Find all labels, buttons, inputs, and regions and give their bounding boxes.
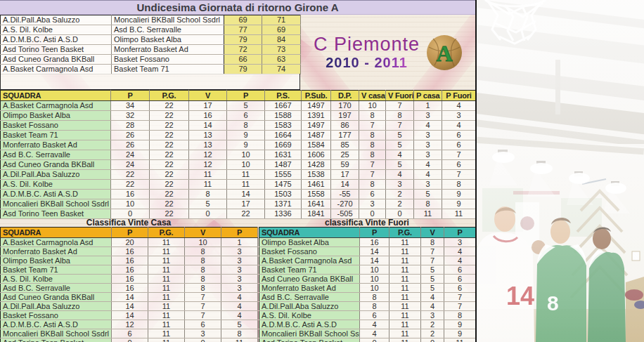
away-wins-cell: 4 [386, 150, 414, 160]
games-played-cell: 11 [389, 338, 421, 342]
games-played-cell: 11 [389, 256, 421, 265]
standings-row: A.Basket Carmagnola Asd 34 22 17 5 1667 … [1, 101, 476, 111]
points-conceded-cell: 1487 [302, 131, 331, 140]
losses-cell: 3 [221, 284, 258, 293]
col-header-losses: P [227, 91, 265, 101]
away-losses-cell: 6 [442, 160, 476, 170]
col-header-losses: P [221, 228, 258, 238]
home-losses-cell: 8 [414, 199, 442, 209]
away-wins-row: Basket Fossano 14 11 7 4 [259, 247, 476, 256]
col-header-games: P.G. [148, 228, 185, 238]
col-header-away-wins: V Fuori [386, 91, 414, 101]
points-cell: 24 [111, 150, 150, 160]
games-played-cell: 22 [150, 190, 189, 199]
away-team-name: Basket Team 71 [112, 65, 224, 74]
losses-cell: 22 [227, 209, 265, 219]
standings-header-row: SQUADRA P P.G. V P P.S. P.Sub. D.P. V ca… [1, 91, 476, 101]
points-cell: 22 [111, 170, 150, 180]
wins-cell: 6 [185, 320, 221, 329]
team-name: Olimpo Basket Alba [1, 256, 112, 265]
points-cell: 26 [111, 140, 150, 150]
away-wins-row: Asd B.C. Serravalle 8 11 4 7 [259, 293, 476, 302]
points-cell: 26 [111, 131, 150, 140]
points-diff-cell: 17 [331, 170, 359, 180]
away-losses-cell: 9 [442, 199, 476, 209]
away-losses-cell: 7 [442, 150, 476, 160]
away-team-name: Olimpo Basket Alba [112, 35, 224, 45]
games-played-cell: 11 [389, 275, 421, 284]
points-diff-cell: 170 [331, 101, 359, 111]
team-name: Monferrato Basket Ad [1, 140, 111, 150]
home-score: 66 [224, 55, 262, 65]
games-played-cell: 11 [148, 293, 185, 302]
home-wins-row: A.S. Dil. Kolbe 16 11 8 3 [1, 275, 258, 284]
games-played-cell: 11 [148, 265, 185, 275]
logo-text: C Piemonte 2010 - 2011 [314, 34, 420, 70]
home-wins-row: Olimpo Basket Alba 16 11 8 3 [1, 256, 258, 265]
standings-row: Olimpo Basket Alba 32 22 16 6 1588 1391 … [1, 111, 476, 121]
points-scored-cell: 1336 [265, 209, 302, 219]
games-played-cell: 22 [150, 111, 189, 121]
team-name: A.Dil.Pall.Aba Saluzzo [1, 302, 112, 311]
points-diff-cell: 177 [331, 131, 359, 140]
standings-row: Moncalieri BKBall School Ssdrl 10 22 5 1… [1, 199, 476, 209]
points-cell: 6 [360, 311, 389, 320]
col-header-wins: V [189, 91, 227, 101]
points-diff-cell: 25 [331, 150, 359, 160]
away-wins-row: Olimpo Basket Alba 16 11 8 3 [259, 238, 476, 247]
wins-cell: 13 [189, 131, 227, 140]
points-cell: 28 [111, 121, 150, 131]
losses-cell: 7 [444, 293, 476, 302]
points-cell: 16 [112, 247, 148, 256]
wins-cell: 7 [185, 302, 221, 311]
wins-cell: 8 [185, 247, 221, 256]
team-name: A.Basket Carmagnola Asd [1, 101, 111, 111]
home-wins-cell: 7 [359, 160, 386, 170]
points-scored-cell: 1667 [265, 101, 302, 111]
home-losses-cell: 3 [414, 140, 442, 150]
wins-cell: 4 [421, 293, 444, 302]
losses-cell: 3 [221, 275, 258, 284]
points-cell: 14 [112, 311, 148, 320]
away-wins-cell: 5 [386, 131, 414, 140]
away-wins-title: classifica Vinte Fuori [259, 218, 475, 227]
losses-cell: 6 [444, 275, 476, 284]
away-team-name: Basket Fossano [112, 55, 224, 65]
home-wins-row: Asd B.C. Serravalle 16 11 8 3 [1, 284, 258, 293]
home-score: 77 [224, 25, 262, 35]
col-header-wins: V [185, 228, 221, 238]
losses-cell: 4 [221, 293, 258, 302]
away-losses-cell: 6 [442, 131, 476, 140]
team-name: A.S. Dil. Kolbe [1, 275, 112, 284]
points-cell: 32 [111, 111, 150, 121]
losses-cell: 3 [221, 265, 258, 275]
col-header-squadra: SQUADRA [1, 91, 111, 101]
home-wins-row: Asd Torino Teen Basket 0 11 0 11 [1, 338, 258, 342]
games-played-cell: 22 [150, 101, 189, 111]
home-losses-cell: 1 [414, 101, 442, 111]
home-wins-row: A.D.M.B.C. Asti A.S.D 12 11 6 5 [1, 320, 258, 329]
logo-season: 2010 - 2011 [314, 55, 420, 71]
games-played-cell: 11 [148, 338, 185, 342]
washout-overlay [477, 0, 644, 342]
team-name: Olimpo Basket Alba [259, 238, 360, 247]
games-played-cell: 11 [148, 284, 185, 293]
away-wins-cell: 7 [386, 121, 414, 131]
points-diff-cell: 14 [331, 180, 359, 190]
points-cell: 4 [360, 329, 389, 338]
points-cell: 16 [112, 265, 148, 275]
games-played-cell: 22 [150, 121, 189, 131]
losses-cell: 6 [444, 284, 476, 293]
wins-cell: 0 [421, 338, 444, 342]
standings-panel: Undicesima Giornata di ritorno Girone A … [0, 0, 477, 342]
away-wins-cell: 3 [386, 180, 414, 190]
losses-cell: 7 [444, 302, 476, 311]
home-team-name: Asd Torino Teen Basket [1, 45, 112, 55]
wins-cell: 7 [185, 311, 221, 320]
team-name: Asd Torino Teen Basket [1, 338, 112, 342]
home-team-name: A.D.M.B.C. Asti A.S.D [1, 35, 112, 45]
points-diff-cell: -55 [331, 190, 359, 199]
games-played-cell: 11 [148, 275, 185, 284]
games-played-cell: 11 [389, 302, 421, 311]
points-conceded-cell: 1584 [302, 140, 331, 150]
